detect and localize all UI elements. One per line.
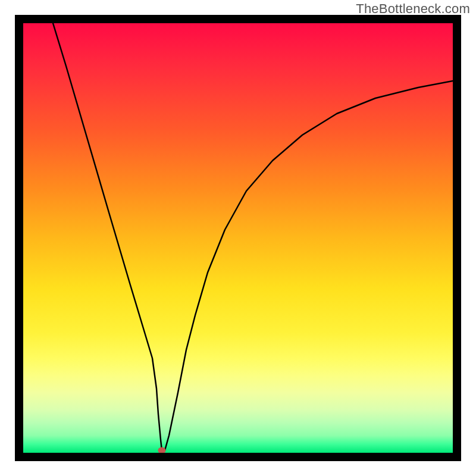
optimal-point-marker [158, 447, 166, 453]
curve-layer [23, 23, 453, 453]
watermark-text: TheBottleneck.com [356, 1, 470, 17]
chart-container: TheBottleneck.com [0, 0, 476, 476]
bottleneck-curve [53, 23, 453, 450]
plot-frame [15, 15, 461, 461]
